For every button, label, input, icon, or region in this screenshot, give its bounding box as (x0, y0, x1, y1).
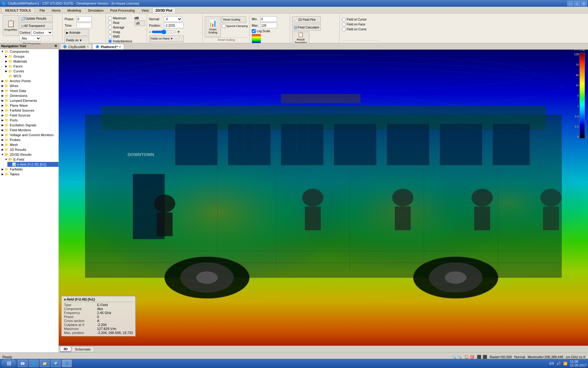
minimize-button[interactable]: ─ (567, 1, 573, 6)
main-viewport[interactable]: DOWNTOWN V/m (log) 128 70 40 10 4 (59, 50, 588, 346)
3d-view-button[interactable]: 3D (60, 346, 71, 352)
tree-item-excitation-signals[interactable]: ▶ 📁 Excitation Signals (0, 123, 58, 128)
scaling-sub-controls: Reset Scaling Special Clamping (222, 15, 248, 28)
min-input[interactable] (260, 16, 277, 22)
fields-on-button[interactable]: Fields on ▼ (65, 37, 89, 44)
plot-type-inner: Maximum Real Average Imag. (108, 15, 145, 43)
position-slider[interactable] (152, 30, 176, 34)
tab-postprocessing[interactable]: Post-Processing (107, 7, 138, 13)
abs-select[interactable]: Abs (20, 36, 41, 41)
tab-simulation[interactable]: Simulation (85, 7, 107, 13)
tree-item-dimensions[interactable]: ▶ 📁 Dimensions (0, 93, 58, 98)
maximize-button[interactable]: □ (574, 1, 580, 6)
tree-item-curves[interactable]: ▶ 📁 Curves (4, 69, 58, 74)
contour-select[interactable]: Contour (31, 30, 53, 35)
taskbar-item-ie[interactable]: 🌐 (29, 360, 39, 367)
log-scale-checkbox[interactable] (252, 29, 256, 33)
field-on-curve-radio[interactable] (342, 27, 346, 31)
tree-item-field-monitors[interactable]: ▶ 📁 Field Monitors (0, 128, 58, 132)
tree-item-farfields[interactable]: ▶ 📁 Farfields (0, 167, 58, 172)
tree-item-wires[interactable]: ▶ 📁 Wires (0, 83, 58, 88)
db-button[interactable]: dB (134, 21, 145, 26)
properties-button[interactable]: 📋 Properties (3, 15, 19, 36)
tab-home[interactable]: Home (48, 7, 64, 13)
tree-item-efield-f245[interactable]: 📊 e-field (f=2.45) [fs1] (7, 162, 58, 167)
tree-item-probes[interactable]: ▶ 📁 Probes (0, 137, 58, 142)
tree-item-field-sources[interactable]: ▶ 📁 Field Sources (0, 113, 58, 118)
tree-item-1d-results[interactable]: ▶ 📁 1D Results (0, 147, 58, 152)
close-button[interactable]: ✕ (581, 1, 587, 6)
real-radio[interactable] (108, 21, 112, 25)
time-input[interactable] (77, 23, 92, 28)
tree-item-efield[interactable]: ▼ 📂 E-Field (4, 157, 58, 162)
tab-modeling[interactable]: Modeling (64, 7, 85, 13)
citybus-tab-close[interactable]: ✕ (87, 45, 89, 48)
taskbar-item-outlook[interactable]: 📧 (18, 360, 28, 367)
tree-item-farfield-sources[interactable]: ▶ 📁 Farfield Sources (0, 108, 58, 113)
tree-item-faces[interactable]: ▶ 📁 Faces (4, 64, 58, 69)
tab-citybus[interactable]: 🔷 CityBusWifi ✕ (60, 44, 92, 49)
update-results-button[interactable]: 🔄 Update Results (20, 15, 53, 22)
start-button[interactable]: ⊞ (1, 359, 17, 367)
toggle-volt-current: ▶ (1, 133, 4, 136)
tab-file[interactable]: File (36, 7, 48, 13)
tree-item-mesh[interactable]: ▶ 📁 Mesh (0, 142, 58, 147)
tree-item-volt-current-monitors[interactable]: ▶ 📁 Voltage and Current Monitors (0, 132, 58, 137)
schematic-view-button[interactable]: Schematic (72, 347, 94, 352)
all-transparent-button[interactable]: ◻ All Transparent (20, 22, 53, 29)
field-calculator-button[interactable]: 🔢 Field Calculator (292, 24, 321, 31)
platform1-tab-close[interactable]: ✕ (119, 45, 121, 48)
imag-radio[interactable] (108, 30, 112, 34)
citybus-tab-label: CityBusWifi (68, 45, 85, 49)
contour-label: Contour (20, 31, 31, 34)
folder-icon-tables: 📁 (4, 172, 9, 176)
scale-display: 128 70 40 10 4 1 0.4 0.1 0 (574, 53, 585, 139)
calc-icon: 🔢 (294, 26, 297, 29)
normal-select[interactable]: X Y Z (164, 16, 182, 22)
position-input[interactable] (164, 23, 184, 28)
result-tools-tab[interactable]: RESULT TOOLS (1, 7, 35, 13)
taskbar-item-cst[interactable]: 🔷 (62, 360, 72, 367)
tree-item-lumped-elements[interactable]: ▶ 📁 Lumped Elements (0, 98, 58, 103)
info-row-frequency: Frequency 2.45 GHz (64, 311, 133, 315)
taskbar-item-explorer[interactable]: 📁 (40, 360, 50, 367)
tree-item-components[interactable]: ▼ 📁 Components (0, 49, 58, 54)
field-plot-1d-button[interactable]: 📈 1D Field Plot (292, 16, 321, 23)
result-templates-button[interactable]: 📋 Result Templates (292, 32, 309, 44)
tree-item-groups[interactable]: ▶ 📁 Groups (4, 54, 58, 59)
tab-platform1[interactable]: 🔷 Platform1* ✕ (92, 44, 124, 49)
instantaneous-radio[interactable] (108, 39, 112, 43)
smart-scaling-button[interactable]: 📊 Smart Scaling (205, 16, 221, 37)
tree-item-2d3d-results[interactable]: ▼ 📂 2D/3D Results (0, 152, 58, 157)
maximum-radio[interactable] (108, 16, 112, 20)
tree-item-materials[interactable]: ▶ 📁 Materials (4, 59, 58, 64)
average-radio[interactable] (108, 25, 112, 29)
tree-item-voxel-data[interactable]: ▶ 📁 Voxel Data (0, 88, 58, 93)
viewport-bottom: 3D Schematic (59, 346, 588, 352)
position-row: Position: (149, 23, 184, 28)
animate-button[interactable]: ▶ Animate (65, 29, 89, 36)
special-clamping-checkbox[interactable] (222, 24, 226, 28)
folder-icon-wires: 📁 (4, 84, 9, 88)
tab-view[interactable]: View (138, 7, 152, 13)
tree-item-anchor-points[interactable]: ▶ 📁 Anchor Points (0, 79, 58, 83)
reset-scaling-button[interactable]: Reset Scaling (222, 16, 246, 23)
rms-radio[interactable] (108, 35, 112, 39)
field-on-face-radio[interactable] (342, 22, 346, 26)
tree-item-tables[interactable]: ▶ 📁 Tables (0, 172, 58, 177)
tab-2d3dplot[interactable]: 2D/3D Plot (152, 7, 176, 13)
info-row-max-position: Max. position -2.204, 266.508, 19.733 (64, 331, 133, 335)
log-scale-row: Log Scale (252, 29, 277, 33)
phase-input[interactable] (77, 16, 92, 22)
tree-item-plane-wave[interactable]: ▶ 📁 Plane Wave (0, 103, 58, 108)
tree-item-ports[interactable]: ▶ 📁 Ports (0, 118, 58, 123)
max-input[interactable] (260, 23, 277, 28)
color-bar (579, 53, 585, 139)
taskbar-item-chrome[interactable]: 🌍 (51, 360, 61, 367)
fields-on-plane-button[interactable]: Fields on Plane ▼ (149, 36, 184, 42)
imag-label: Imag. (113, 30, 121, 34)
tree-label-materials: Materials (13, 59, 27, 63)
tree-item-wcs[interactable]: 📁 WCS (4, 74, 58, 79)
rms-row: RMS (108, 35, 132, 39)
field-at-cursor-radio[interactable] (342, 17, 346, 21)
